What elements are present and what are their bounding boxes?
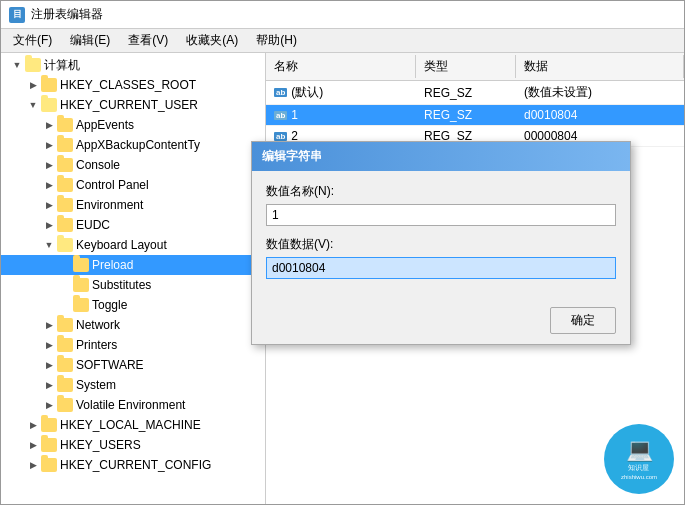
expand-environment[interactable]: ▶: [41, 200, 57, 210]
tree-label-hkcr: HKEY_CLASSES_ROOT: [60, 78, 196, 92]
folder-icon-toggle: [73, 298, 89, 312]
row0-data: (数值未设置): [516, 81, 684, 104]
tree-node-system[interactable]: ▶ System: [1, 375, 265, 395]
watermark-text: 知识屋 zhishiwu.com: [621, 463, 657, 482]
tree-label-hkcu: HKEY_CURRENT_USER: [60, 98, 198, 112]
tree-node-preload[interactable]: Preload: [1, 255, 265, 275]
dialog-title: 编辑字符串: [252, 142, 630, 171]
tree-node-printers[interactable]: ▶ Printers: [1, 335, 265, 355]
menu-file[interactable]: 文件(F): [5, 30, 60, 51]
expand-console[interactable]: ▶: [41, 160, 57, 170]
tree-node-hklm[interactable]: ▶ HKEY_LOCAL_MACHINE: [1, 415, 265, 435]
folder-icon-network: [57, 318, 73, 332]
tree-label-preload: Preload: [92, 258, 133, 272]
table-header: 名称 类型 数据: [266, 53, 684, 81]
tree-label-software: SOFTWARE: [76, 358, 144, 372]
folder-icon-volatile: [57, 398, 73, 412]
menu-favorites[interactable]: 收藏夹(A): [178, 30, 246, 51]
dialog-data-label: 数值数据(V):: [266, 236, 616, 253]
row1-name: ab 1: [266, 105, 416, 125]
tree-node-toggle[interactable]: Toggle: [1, 295, 265, 315]
expand-volatile[interactable]: ▶: [41, 400, 57, 410]
tree-label-eudc: EUDC: [76, 218, 110, 232]
tree-label-hklm: HKEY_LOCAL_MACHINE: [60, 418, 201, 432]
ab-icon: ab: [274, 111, 287, 120]
dialog-name-label: 数值名称(N):: [266, 183, 616, 200]
menu-bar: 文件(F) 编辑(E) 查看(V) 收藏夹(A) 帮助(H): [1, 29, 684, 53]
tree-panel[interactable]: ▼ 计算机 ▶ HKEY_CLASSES_ROOT ▼ HKEY_CURRENT…: [1, 53, 266, 504]
menu-view[interactable]: 查看(V): [120, 30, 176, 51]
tree-label-appevents: AppEvents: [76, 118, 134, 132]
tree-label-computer: 计算机: [44, 57, 80, 74]
tree-node-eudc[interactable]: ▶ EUDC: [1, 215, 265, 235]
tree-label-hku: HKEY_USERS: [60, 438, 141, 452]
menu-help[interactable]: 帮助(H): [248, 30, 305, 51]
expand-hkcu[interactable]: ▼: [25, 100, 41, 110]
col-data: 数据: [516, 55, 684, 78]
expand-network[interactable]: ▶: [41, 320, 57, 330]
dialog-footer: 确定: [252, 301, 630, 344]
tree-label-controlpanel: Control Panel: [76, 178, 149, 192]
folder-icon-hku: [41, 438, 57, 452]
tree-label-keyboardlayout: Keyboard Layout: [76, 238, 167, 252]
tree-label-system: System: [76, 378, 116, 392]
tree-node-console[interactable]: ▶ Console: [1, 155, 265, 175]
expand-hkcr[interactable]: ▶: [25, 80, 41, 90]
folder-icon-preload: [73, 258, 89, 272]
app-icon: 目: [9, 7, 25, 23]
folder-icon-appxbackup: [57, 138, 73, 152]
title-bar: 目 注册表编辑器: [1, 1, 684, 29]
expand-hku[interactable]: ▶: [25, 440, 41, 450]
dialog-ok-button[interactable]: 确定: [550, 307, 616, 334]
tree-node-hkcc[interactable]: ▶ HKEY_CURRENT_CONFIG: [1, 455, 265, 475]
table-row[interactable]: ab (默认) REG_SZ (数值未设置): [266, 81, 684, 105]
ab-icon: ab: [274, 88, 287, 97]
tree-node-appevents[interactable]: ▶ AppEvents: [1, 115, 265, 135]
expand-computer[interactable]: ▼: [9, 60, 25, 70]
dialog-data-input[interactable]: [266, 257, 616, 279]
window-title: 注册表编辑器: [31, 6, 103, 23]
tree-node-hkcu[interactable]: ▼ HKEY_CURRENT_USER: [1, 95, 265, 115]
tree-label-printers: Printers: [76, 338, 117, 352]
ab-icon: ab: [274, 132, 287, 141]
folder-icon-software: [57, 358, 73, 372]
expand-keyboardlayout[interactable]: ▼: [41, 240, 57, 250]
tree-label-environment: Environment: [76, 198, 143, 212]
tree-node-hkcr[interactable]: ▶ HKEY_CLASSES_ROOT: [1, 75, 265, 95]
expand-eudc[interactable]: ▶: [41, 220, 57, 230]
col-type: 类型: [416, 55, 516, 78]
tree-node-computer[interactable]: ▼ 计算机: [1, 55, 265, 75]
watermark-icon: 💻: [626, 437, 653, 463]
expand-hkcc[interactable]: ▶: [25, 460, 41, 470]
tree-node-software[interactable]: ▶ SOFTWARE: [1, 355, 265, 375]
tree-node-environment[interactable]: ▶ Environment: [1, 195, 265, 215]
tree-node-network[interactable]: ▶ Network: [1, 315, 265, 335]
expand-appevents[interactable]: ▶: [41, 120, 57, 130]
table-row[interactable]: ab 1 REG_SZ d0010804: [266, 105, 684, 126]
tree-node-appxbackup[interactable]: ▶ AppXBackupContentTy: [1, 135, 265, 155]
folder-icon-printers: [57, 338, 73, 352]
tree-node-controlpanel[interactable]: ▶ Control Panel: [1, 175, 265, 195]
tree-label-appxbackup: AppXBackupContentTy: [76, 138, 200, 152]
folder-icon-controlpanel: [57, 178, 73, 192]
folder-icon-hkcc: [41, 458, 57, 472]
row0-name: ab (默认): [266, 81, 416, 104]
expand-controlpanel[interactable]: ▶: [41, 180, 57, 190]
expand-software[interactable]: ▶: [41, 360, 57, 370]
expand-system[interactable]: ▶: [41, 380, 57, 390]
row0-type: REG_SZ: [416, 83, 516, 103]
dialog-name-input[interactable]: [266, 204, 616, 226]
tree-node-volatile[interactable]: ▶ Volatile Environment: [1, 395, 265, 415]
tree-node-keyboardlayout[interactable]: ▼ Keyboard Layout: [1, 235, 265, 255]
folder-icon-computer: [25, 58, 41, 72]
expand-printers[interactable]: ▶: [41, 340, 57, 350]
tree-label-hkcc: HKEY_CURRENT_CONFIG: [60, 458, 211, 472]
expand-appxbackup[interactable]: ▶: [41, 140, 57, 150]
menu-edit[interactable]: 编辑(E): [62, 30, 118, 51]
tree-node-hku[interactable]: ▶ HKEY_USERS: [1, 435, 265, 455]
edit-string-dialog: 编辑字符串 数值名称(N): 数值数据(V): 确定: [251, 141, 631, 345]
tree-label-substitutes: Substitutes: [92, 278, 151, 292]
expand-hklm[interactable]: ▶: [25, 420, 41, 430]
folder-icon-hklm: [41, 418, 57, 432]
tree-node-substitutes[interactable]: Substitutes: [1, 275, 265, 295]
